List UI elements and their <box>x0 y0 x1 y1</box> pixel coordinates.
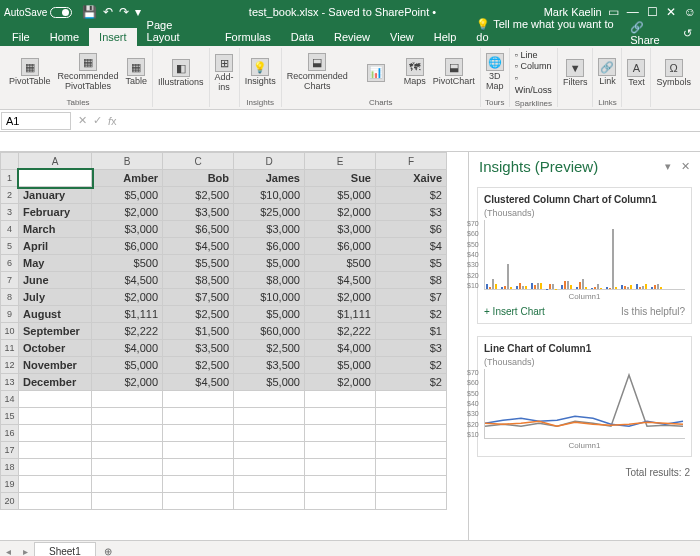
cell[interactable]: $2,500 <box>234 340 305 357</box>
sparkline-winloss[interactable]: Win/Loss <box>515 73 552 96</box>
table-button[interactable]: ▦Table <box>124 57 150 88</box>
cell[interactable]: July <box>19 289 92 306</box>
tab-help[interactable]: Help <box>424 28 467 46</box>
cell[interactable] <box>163 459 234 476</box>
cell[interactable] <box>305 459 376 476</box>
cell[interactable] <box>305 391 376 408</box>
cell[interactable]: $10,000 <box>234 187 305 204</box>
cell[interactable]: $7,500 <box>163 289 234 306</box>
cell[interactable] <box>163 391 234 408</box>
cell[interactable]: $7 <box>375 289 446 306</box>
cell[interactable]: $2,000 <box>305 204 376 221</box>
cell[interactable]: May <box>19 255 92 272</box>
row-header[interactable]: 10 <box>1 323 19 340</box>
3d-map-button[interactable]: 🌐3D Map <box>484 52 506 93</box>
row-header[interactable]: 2 <box>1 187 19 204</box>
redo-icon[interactable]: ↷ <box>119 5 129 19</box>
spreadsheet-grid[interactable]: ABCDEF1AmberBobJamesSueXaive2January$5,0… <box>0 152 468 540</box>
row-header[interactable]: 19 <box>1 476 19 493</box>
cell[interactable] <box>19 442 92 459</box>
cell[interactable] <box>163 476 234 493</box>
history-icon[interactable]: ↺ <box>683 27 692 40</box>
cell[interactable]: $5 <box>375 255 446 272</box>
row-header[interactable]: 3 <box>1 204 19 221</box>
cell[interactable] <box>19 459 92 476</box>
row-header[interactable]: 18 <box>1 459 19 476</box>
cell[interactable]: March <box>19 221 92 238</box>
cell[interactable] <box>375 425 446 442</box>
cell[interactable] <box>305 493 376 510</box>
cell[interactable] <box>375 391 446 408</box>
cancel-formula-icon[interactable]: ✕ <box>78 114 87 127</box>
row-header[interactable]: 7 <box>1 272 19 289</box>
cell[interactable]: $3,000 <box>305 221 376 238</box>
cell[interactable] <box>92 425 163 442</box>
cell[interactable]: April <box>19 238 92 255</box>
row-header[interactable]: 5 <box>1 238 19 255</box>
cell[interactable] <box>163 425 234 442</box>
cell[interactable]: $8 <box>375 272 446 289</box>
emoji-icon[interactable]: ☺ <box>684 5 696 19</box>
row-header[interactable]: 16 <box>1 425 19 442</box>
cell[interactable] <box>19 425 92 442</box>
text-button[interactable]: AText <box>625 58 647 89</box>
cell[interactable]: $10,000 <box>234 289 305 306</box>
cell[interactable]: $4,500 <box>305 272 376 289</box>
symbols-button[interactable]: ΩSymbols <box>654 58 693 89</box>
col-header[interactable]: F <box>375 153 446 170</box>
cell[interactable] <box>234 476 305 493</box>
cell[interactable]: $4,000 <box>92 340 163 357</box>
cell[interactable] <box>234 459 305 476</box>
pane-options-icon[interactable]: ▾ <box>665 160 671 173</box>
cell[interactable]: October <box>19 340 92 357</box>
cell[interactable] <box>234 493 305 510</box>
cell[interactable] <box>375 442 446 459</box>
row-header[interactable]: 13 <box>1 374 19 391</box>
tab-file[interactable]: File <box>2 28 40 46</box>
col-header[interactable]: A <box>19 153 92 170</box>
insights-button[interactable]: 💡Insights <box>243 57 278 88</box>
cell[interactable] <box>305 476 376 493</box>
sheet-nav-prev-icon[interactable]: ◂ <box>0 546 17 556</box>
cell[interactable] <box>92 391 163 408</box>
cell[interactable]: $4,500 <box>163 238 234 255</box>
cell[interactable]: $5,000 <box>234 374 305 391</box>
cell[interactable] <box>92 493 163 510</box>
cell[interactable]: September <box>19 323 92 340</box>
cell[interactable]: $3,000 <box>234 221 305 238</box>
cell[interactable] <box>163 408 234 425</box>
tell-me[interactable]: 💡 Tell me what you want to do <box>466 15 630 46</box>
row-header[interactable]: 1 <box>1 170 19 187</box>
row-header[interactable]: 11 <box>1 340 19 357</box>
cell[interactable]: $6,000 <box>92 238 163 255</box>
cell[interactable]: $3 <box>375 204 446 221</box>
cell[interactable]: $3,000 <box>92 221 163 238</box>
insight-card-2[interactable]: Line Chart of Column1 (Thousands) $70$60… <box>477 336 692 457</box>
tab-data[interactable]: Data <box>281 28 324 46</box>
recommended-pivottables-button[interactable]: ▦Recommended PivotTables <box>56 52 121 93</box>
cell[interactable]: $5,000 <box>305 357 376 374</box>
tab-view[interactable]: View <box>380 28 424 46</box>
cell[interactable] <box>234 391 305 408</box>
cell[interactable] <box>19 170 92 187</box>
cell[interactable]: $2,222 <box>92 323 163 340</box>
cell[interactable]: $5,000 <box>234 255 305 272</box>
row-header[interactable]: 12 <box>1 357 19 374</box>
cell[interactable] <box>234 408 305 425</box>
save-icon[interactable]: 💾 <box>82 5 97 19</box>
cell[interactable]: $1,111 <box>92 306 163 323</box>
cell[interactable]: $3,500 <box>163 340 234 357</box>
cell[interactable] <box>375 493 446 510</box>
row-header[interactable]: 4 <box>1 221 19 238</box>
cell[interactable]: $2 <box>375 374 446 391</box>
cell[interactable]: $5,000 <box>92 357 163 374</box>
tab-home[interactable]: Home <box>40 28 89 46</box>
cell[interactable] <box>305 442 376 459</box>
cell[interactable] <box>375 476 446 493</box>
tab-insert[interactable]: Insert <box>89 28 137 46</box>
cell[interactable] <box>234 442 305 459</box>
sparkline-column[interactable]: Column <box>515 61 552 73</box>
cell[interactable]: $5,000 <box>234 306 305 323</box>
maximize-icon[interactable]: ☐ <box>647 5 658 19</box>
cell[interactable]: $2,000 <box>92 374 163 391</box>
